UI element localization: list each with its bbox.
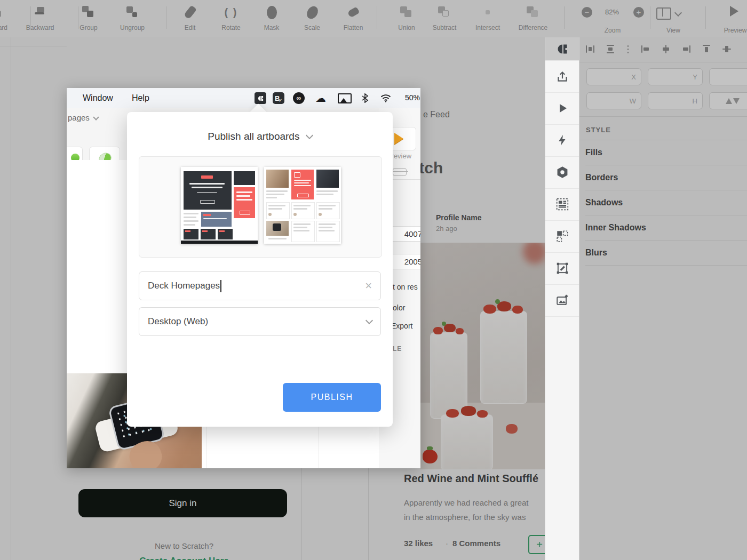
macos-menubar: Window Help B✓ ∞ ☁ 50%: [67, 88, 420, 109]
battery-percent: 50%: [405, 93, 420, 102]
format-select[interactable]: Desktop (Web): [139, 307, 381, 336]
artboard-thumbnail-grid[interactable]: [264, 167, 341, 244]
craft-stock-button[interactable]: [545, 156, 579, 189]
screen: Forward Backward Group Ungroup Edit ( ) …: [0, 0, 747, 560]
cloud-icon[interactable]: ☁: [315, 92, 326, 105]
craft-prototype-button[interactable]: [545, 92, 579, 125]
wifi-icon[interactable]: [380, 92, 391, 105]
menu-help[interactable]: Help: [132, 93, 149, 103]
artboard-thumbnail-homepage[interactable]: [181, 167, 258, 244]
craft-content-layout-button[interactable]: [545, 188, 579, 221]
clear-input-icon[interactable]: ×: [365, 279, 372, 293]
text-caret: [220, 280, 221, 292]
craft-logo-button[interactable]: [545, 37, 579, 61]
airplay-icon[interactable]: [338, 92, 352, 105]
project-name-input[interactable]: Deck Homepages ×: [139, 271, 381, 300]
resize-option-fragment: t on res: [393, 283, 418, 291]
edit-frame-icon: [555, 261, 569, 275]
craft-photos-button[interactable]: [545, 284, 579, 317]
export-label-fragment: Export: [391, 322, 412, 330]
select-chevron-icon: [365, 317, 373, 324]
publish-dialog: Publish all artboards: [127, 112, 393, 427]
data-lightning-icon: [556, 134, 569, 147]
prototype-play-icon: [556, 102, 569, 115]
craft-edit-frame-button[interactable]: [545, 252, 579, 285]
dialog-title-dropdown[interactable]: Publish all artboards: [127, 131, 393, 142]
sync-upload-icon: [555, 69, 569, 83]
craft-sync-button[interactable]: [545, 60, 579, 93]
craft-logo-icon: [556, 43, 569, 55]
title-chevron-icon: [306, 132, 313, 139]
creative-cloud-icon[interactable]: ∞: [293, 92, 305, 105]
page-dropdown[interactable]: pages: [68, 113, 98, 122]
menu-window[interactable]: Window: [83, 93, 113, 103]
stock-hexagon-icon: [555, 165, 569, 179]
slider-icon: [393, 168, 407, 176]
inset-screenshot: Window Help B✓ ∞ ☁ 50%: [67, 88, 420, 468]
content-layout-icon: [555, 197, 569, 211]
orange-play-icon: [394, 133, 403, 145]
artboard-thumbnails-box: [139, 156, 382, 258]
style-header-fragment: LE: [393, 345, 402, 353]
bluetooth-icon[interactable]: [361, 92, 369, 105]
b-app-menubar-icon[interactable]: B✓: [273, 92, 284, 105]
publish-button[interactable]: PUBLISH: [283, 383, 381, 412]
duplicate-icon: [555, 229, 569, 243]
color-option-fragment: olor: [393, 303, 405, 312]
photos-add-icon: [555, 293, 569, 307]
craft-plugin-toolbar: [545, 37, 579, 560]
craft-menubar-icon[interactable]: [255, 92, 266, 105]
craft-data-button[interactable]: [545, 124, 579, 157]
craft-duplicate-button[interactable]: [545, 220, 579, 253]
